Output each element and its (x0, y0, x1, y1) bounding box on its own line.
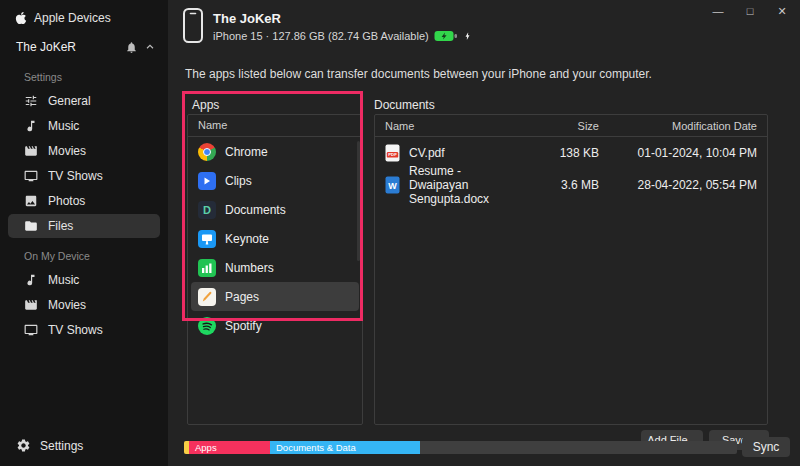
sync-button[interactable]: Sync (742, 437, 790, 457)
battery-icon (434, 30, 458, 42)
sidebar-item-tv-shows[interactable]: TV Shows (8, 164, 160, 188)
document-name: Resume - Dwaipayan Sengupta.docx (409, 164, 514, 206)
transfer-description: The apps listed below can transfer docum… (185, 67, 652, 81)
sidebar-item-label: TV Shows (48, 323, 103, 337)
section-label-on-my-device: On My Device (0, 239, 168, 267)
sidebar-item-label: Music (48, 273, 79, 287)
app-row-pages[interactable]: Pages (191, 282, 359, 311)
apple-logo-icon (15, 11, 27, 25)
chevron-up-icon[interactable] (144, 41, 156, 53)
section-label-settings: Settings (0, 60, 168, 88)
maximize-button[interactable]: □ (734, 0, 766, 22)
sidebar-item-device-movies[interactable]: Movies (8, 293, 160, 317)
sidebar-item-movies[interactable]: Movies (8, 139, 160, 163)
settings-label: Settings (40, 439, 83, 453)
document-date: 28-04-2022, 05:54 PM (599, 178, 767, 192)
document-size: 3.6 MB (514, 178, 599, 192)
charging-bolt-icon (463, 30, 472, 42)
documents-panel-title: Documents (374, 98, 435, 112)
app-label: Documents (225, 203, 286, 217)
sidebar-item-label: Files (48, 219, 73, 233)
app-row-documents[interactable]: D Documents (191, 195, 359, 224)
sidebar-item-label: Movies (48, 298, 86, 312)
photo-icon (24, 194, 38, 208)
documents-icon: D (198, 201, 216, 219)
settings-button[interactable]: Settings (0, 425, 168, 466)
table-row[interactable]: W Resume - Dwaipayan Sengupta.docx 3.6 M… (375, 169, 767, 201)
document-date: 01-01-2024, 10:04 PM (599, 146, 767, 160)
tv-icon (24, 169, 38, 183)
storage-segment-label: Apps (195, 442, 217, 453)
pdf-file-icon: PDF (385, 144, 400, 162)
sidebar-item-label: TV Shows (48, 169, 103, 183)
storage-segment-apps: Apps (189, 441, 270, 454)
film-icon (24, 298, 38, 312)
sidebar-item-files[interactable]: Files (8, 214, 160, 238)
app-label: Numbers (225, 261, 274, 275)
storage-usage-bar: Apps Documents & Data (184, 441, 737, 454)
column-header-date[interactable]: Modification Date (599, 120, 767, 132)
app-row-clips[interactable]: Clips (191, 166, 359, 195)
column-header-size[interactable]: Size (514, 120, 599, 132)
app-label: Keynote (225, 232, 269, 246)
device-title: The JoKeR (213, 11, 281, 26)
app-label: Clips (225, 174, 252, 188)
music-note-icon (24, 273, 38, 287)
minimize-button[interactable]: — (702, 0, 734, 22)
document-name: CV.pdf (409, 146, 445, 160)
sidebar-item-general[interactable]: General (8, 89, 160, 113)
app-row-chrome[interactable]: Chrome (191, 137, 359, 166)
word-file-icon: W (385, 176, 400, 194)
documents-table-header: Name Size Modification Date (375, 115, 767, 137)
gear-icon (16, 438, 31, 453)
app-row-keynote[interactable]: Keynote (191, 224, 359, 253)
device-name-label: The JoKeR (16, 40, 119, 54)
close-button[interactable]: ✕ (766, 0, 798, 22)
device-subtitle: iPhone 15 · 127.86 GB (82.74 GB Availabl… (213, 30, 429, 42)
column-header-name[interactable]: Name (375, 120, 514, 132)
sliders-icon (24, 94, 38, 108)
device-subtitle-row: iPhone 15 · 127.86 GB (82.74 GB Availabl… (213, 30, 472, 42)
apps-scrollbar[interactable] (357, 141, 360, 261)
iphone-icon (181, 7, 205, 45)
app-title-row: Apple Devices (0, 0, 168, 33)
apps-list: Name Chrome Clips D Documents Keynote Nu… (187, 114, 363, 425)
music-note-icon (24, 119, 38, 133)
apps-column-header[interactable]: Name (188, 115, 362, 137)
sidebar-item-label: Photos (48, 194, 85, 208)
tv-icon (24, 323, 38, 337)
clips-icon (198, 172, 216, 190)
storage-segment-documents: Documents & Data (270, 441, 420, 454)
keynote-icon (198, 230, 216, 248)
apps-panel-title: Apps (192, 98, 219, 112)
sidebar-item-label: General (48, 94, 91, 108)
sidebar-item-photos[interactable]: Photos (8, 189, 160, 213)
pages-icon (198, 288, 216, 306)
documents-table: Name Size Modification Date PDF CV.pdf 1… (374, 114, 768, 425)
app-row-numbers[interactable]: Numbers (191, 253, 359, 282)
window-controls: — □ ✕ (702, 0, 798, 22)
app-title-label: Apple Devices (34, 11, 111, 25)
app-row-spotify[interactable]: Spotify (191, 311, 359, 340)
main-content: — □ ✕ The JoKeR iPhone 15 · 127.86 GB (8… (168, 0, 800, 466)
spotify-icon (198, 317, 216, 335)
sidebar-item-device-music[interactable]: Music (8, 268, 160, 292)
chrome-icon (198, 143, 216, 161)
sidebar-item-device-tv-shows[interactable]: TV Shows (8, 318, 160, 342)
bell-icon[interactable] (125, 41, 138, 54)
film-icon (24, 144, 38, 158)
sidebar-item-music[interactable]: Music (8, 114, 160, 138)
apple-devices-window: Apple Devices The JoKeR Settings General… (0, 0, 800, 466)
svg-text:W: W (388, 181, 397, 191)
svg-text:PDF: PDF (388, 152, 397, 157)
sidebar-item-label: Music (48, 119, 79, 133)
app-label: Spotify (225, 319, 262, 333)
document-size: 138 KB (514, 146, 599, 160)
app-label: Chrome (225, 145, 268, 159)
numbers-icon (198, 259, 216, 277)
sidebar: Apple Devices The JoKeR Settings General… (0, 0, 168, 466)
app-label: Pages (225, 290, 259, 304)
sidebar-device-selector[interactable]: The JoKeR (0, 33, 168, 60)
storage-segment-label: Documents & Data (276, 442, 356, 453)
sidebar-item-label: Movies (48, 144, 86, 158)
